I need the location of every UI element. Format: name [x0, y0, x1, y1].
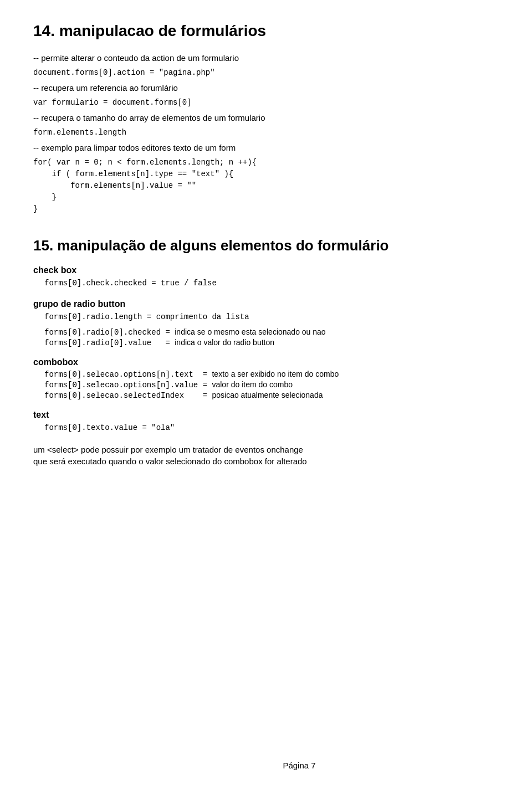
radio-code-2: forms[0].radio[0].checked = indica se o … [44, 327, 499, 337]
radio-code-1: forms[0].radio.length = comprimento da l… [44, 311, 499, 323]
radio-label: grupo de radio button [33, 299, 499, 309]
combo-code-1: forms[0].selecao.options[n].text = texto… [44, 370, 499, 379]
combo-code-2-part2: valor do item do combo [212, 380, 293, 389]
combo-code-2: forms[0].selecao.options[n].value = valo… [44, 380, 499, 389]
radio-codes: forms[0].radio.length = comprimento da l… [44, 311, 499, 347]
title-14: 14. manipulacao de formulários [33, 22, 499, 40]
closing-text-2: que será executado quando o valor seleci… [33, 457, 499, 466]
text-code: forms[0].texto.value = "ola" [44, 422, 499, 434]
comment-1: -- permite alterar o conteudo da action … [33, 53, 499, 63]
code-4: for( var n = 0; n < form.elements.length… [33, 157, 499, 215]
page-footer: Página 7 [33, 761, 532, 770]
radio-code-3: forms[0].radio[0].value = indica o valor… [44, 338, 499, 347]
checkbox-code: forms[0].check.checked = true / false [44, 278, 499, 289]
radio-code-2-part2: indica se o mesmo esta selecionado ou na… [175, 327, 325, 336]
code-4-line2: if ( form.elements[n].type == "text" ){ [33, 170, 233, 178]
code-3: form.elements.length [33, 127, 499, 139]
radio-code-2-part1: forms[0].radio[0].checked = [44, 328, 175, 337]
comment-4: -- exemplo para limpar todos editores te… [33, 143, 499, 152]
combo-label: combobox [33, 357, 499, 367]
combo-codes: forms[0].selecao.options[n].text = texto… [44, 370, 499, 400]
radio-code-3-part1: forms[0].radio[0].value = [44, 339, 175, 347]
page-number: Página 7 [283, 761, 315, 770]
comment-2: -- recupera um referencia ao forumlário [33, 83, 499, 93]
code-4-line4: } [33, 193, 57, 202]
text-label: text [33, 410, 499, 420]
comment-3: -- recupera o tamanho do array de elemen… [33, 113, 499, 122]
code-4-line1: for( var n = 0; n < form.elements.length… [33, 158, 257, 167]
main-content: 14. manipulacao de formulários -- permit… [33, 22, 499, 787]
combo-code-1-part2: texto a ser exibido no item do combo [212, 370, 339, 378]
checkbox-label: check box [33, 265, 499, 275]
combo-code-3-part2: posicao atualmente selecionada [212, 391, 323, 399]
combo-code-3-part1: forms[0].selecao.selectedIndex = [44, 391, 212, 400]
combo-code-1-part1: forms[0].selecao.options[n].text = [44, 370, 212, 379]
code-4-line3: form.elements[n].value = "" [33, 181, 196, 190]
combo-code-3: forms[0].selecao.selectedIndex = posicao… [44, 391, 499, 400]
combo-code-2-part1: forms[0].selecao.options[n].value = [44, 381, 212, 389]
section-15: check box forms[0].check.checked = true … [33, 265, 499, 466]
code-2: var formulario = document.forms[0] [33, 97, 499, 109]
section-14: -- permite alterar o conteudo da action … [33, 53, 499, 215]
closing-text-1: um <select> pode possuir por exemplo um … [33, 445, 499, 454]
radio-code-3-part2: indica o valor do radio button [175, 338, 274, 347]
code-4-line5: } [33, 204, 38, 213]
title-15: 15. manipulação de alguns elementos do f… [33, 237, 499, 254]
code-1: document.forms[0].action = "pagina.php" [33, 67, 499, 79]
